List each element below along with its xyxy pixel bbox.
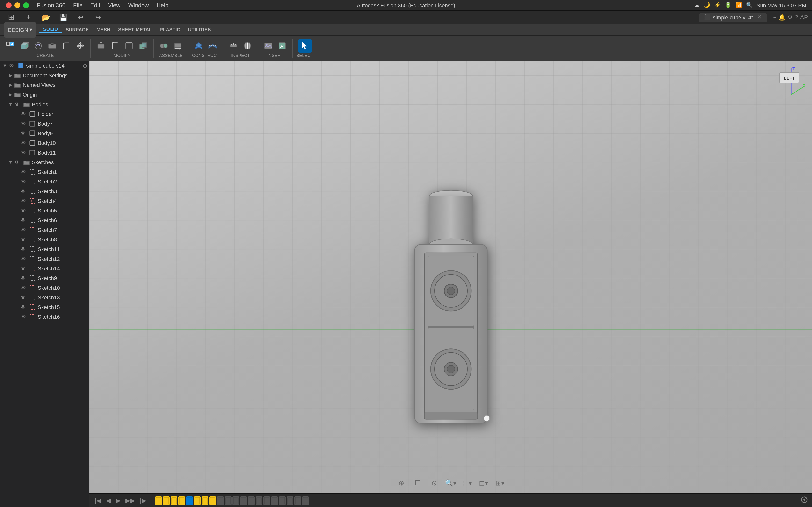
tl-marker-7[interactable] (202, 496, 208, 505)
tree-item-sketches[interactable]: ▼ 👁 Sketches (0, 157, 89, 167)
menu-window[interactable]: Window (128, 2, 149, 8)
timeline-play-button[interactable]: ▶ (114, 497, 122, 504)
timeline-start-button[interactable]: |◀ (93, 497, 103, 504)
visibility-icon-sketch3[interactable]: 👁 (19, 187, 27, 195)
mode-sheetmetal[interactable]: SHEET METAL (114, 26, 156, 33)
visibility-icon-sketch5[interactable]: 👁 (19, 207, 27, 214)
tree-item-bodies[interactable]: ▼ 👁 Bodies (0, 100, 89, 109)
tree-item-sketch2[interactable]: 👁 Sketch2 (0, 177, 89, 186)
tl-marker-3[interactable] (170, 496, 177, 505)
visibility-icon-sketch13[interactable]: 👁 (19, 294, 27, 301)
document-tab[interactable]: ⬛ simple cube v14* ✕ (699, 12, 767, 22)
mode-surface[interactable]: SURFACE (62, 26, 93, 33)
maximize-button[interactable] (23, 2, 29, 8)
hole-button[interactable] (45, 39, 59, 52)
tree-item-origin[interactable]: ▶ Origin (0, 90, 89, 100)
tree-item-body9[interactable]: 👁 Body9 (0, 128, 89, 138)
visibility-icon-sketch8[interactable]: 👁 (19, 236, 27, 243)
tab-help-button[interactable]: ? (795, 14, 798, 20)
tl-marker-14[interactable] (256, 496, 262, 505)
search-icon[interactable]: 🔍 (746, 2, 753, 8)
mode-mesh[interactable]: MESH (93, 26, 114, 33)
tree-item-root[interactable]: ▼ 👁 simple cube v14 ⊙ (0, 61, 89, 70)
menu-bar[interactable]: Fusion 360 File Edit View Window Help (37, 2, 168, 8)
close-button[interactable] (6, 2, 12, 8)
tree-toggle-sketches[interactable]: ▼ (8, 159, 13, 165)
visibility-icon-holder[interactable]: 👁 (19, 110, 27, 118)
tl-marker-10[interactable] (225, 496, 232, 505)
visibility-icon-sketch16[interactable]: 👁 (19, 313, 27, 321)
pan-button[interactable]: ☐ (411, 476, 424, 490)
visibility-icon-bodies[interactable]: 👁 (13, 101, 21, 108)
tree-item-sketch9[interactable]: 👁 Sketch9 (0, 273, 89, 283)
tree-item-sketch12[interactable]: 👁 Sketch12 (0, 254, 89, 264)
tree-item-body10[interactable]: 👁 Body10 (0, 138, 89, 148)
visual-style-button[interactable]: ◻▾ (477, 476, 490, 490)
measure-button[interactable] (227, 39, 240, 52)
new-tab-button[interactable]: + (773, 14, 776, 20)
visibility-icon-sketches[interactable]: 👁 (13, 158, 21, 166)
tl-marker-1[interactable] (155, 496, 162, 505)
menu-edit[interactable]: Edit (90, 2, 100, 8)
visibility-icon-sketch7[interactable]: 👁 (19, 226, 27, 234)
extrude-button[interactable] (17, 39, 31, 52)
tl-marker-20[interactable] (302, 496, 309, 505)
tree-item-sketch6[interactable]: 👁 Sketch6 (0, 215, 89, 225)
save-button[interactable]: 💾 (56, 10, 70, 24)
visibility-icon[interactable]: 👁 (8, 62, 15, 69)
mode-utilities[interactable]: UTILITIES (184, 26, 215, 33)
fillet-button[interactable] (59, 39, 73, 52)
tl-marker-15[interactable] (263, 496, 270, 505)
offset-plane-button[interactable] (192, 39, 205, 52)
visibility-icon-sketch2[interactable]: 👁 (19, 178, 27, 185)
tl-marker-8[interactable] (209, 496, 216, 505)
visibility-icon-body11[interactable]: 👁 (19, 149, 27, 157)
new-component-button[interactable] (3, 39, 17, 52)
tl-marker-16[interactable] (271, 496, 278, 505)
window-controls[interactable] (6, 2, 29, 8)
tree-item-sketch5[interactable]: 👁 Sketch5 (0, 206, 89, 215)
tree-item-sketch14[interactable]: 👁 Sketch14 (0, 264, 89, 273)
tl-marker-4[interactable] (179, 496, 185, 505)
tree-toggle-doc-settings[interactable]: ▶ (8, 72, 13, 78)
fit-view-button[interactable]: ⊕ (395, 476, 408, 490)
3d-viewport[interactable]: LEFT Z Y ⊕ ☐ ⊙ 🔍▾ ⬚▾ ◻▾ ⊞▾ (89, 61, 812, 494)
tab-settings-button[interactable]: ⚙ (788, 14, 793, 20)
tree-item-sketch11[interactable]: 👁 Sketch11 (0, 244, 89, 254)
tl-marker-18[interactable] (287, 496, 293, 505)
minimize-button[interactable] (14, 2, 20, 8)
tl-marker-2[interactable] (163, 496, 170, 505)
tab-user-button[interactable]: AR (800, 14, 808, 20)
mode-solid[interactable]: SOLID (39, 26, 62, 33)
revolve-button[interactable] (32, 39, 45, 52)
tl-marker-11[interactable] (233, 496, 239, 505)
fillet-modify-button[interactable] (108, 39, 122, 52)
decal-button[interactable]: A (275, 39, 289, 52)
midplane-button[interactable] (206, 39, 219, 52)
tree-item-sketch10[interactable]: 👁 Sketch10 (0, 283, 89, 293)
menu-fusion360[interactable]: Fusion 360 (37, 2, 65, 8)
tl-marker-6[interactable] (194, 496, 201, 505)
tree-toggle-origin[interactable]: ▶ (8, 92, 13, 98)
tab-notifications-button[interactable]: 🔔 (778, 14, 785, 20)
shell-button[interactable] (122, 39, 136, 52)
tree-toggle-named-views[interactable]: ▶ (8, 82, 13, 88)
visibility-icon-sketch14[interactable]: 👁 (19, 265, 27, 272)
tree-item-body7[interactable]: 👁 Body7 (0, 119, 89, 128)
redo-button[interactable]: ↪ (91, 10, 105, 24)
zebra-button[interactable] (241, 39, 254, 52)
select-button[interactable] (298, 39, 311, 52)
display-mode-button[interactable]: ⬚▾ (460, 476, 474, 490)
tree-item-doc-settings[interactable]: ▶ Document Settings (0, 70, 89, 80)
visibility-icon-sketch11[interactable]: 👁 (19, 245, 27, 253)
tree-item-sketch4[interactable]: 👁 ! Sketch4 (0, 196, 89, 206)
orbit-button[interactable]: ⊙ (427, 476, 441, 490)
visibility-icon-body7[interactable]: 👁 (19, 120, 27, 127)
tree-item-sketch7[interactable]: 👁 Sketch7 (0, 225, 89, 235)
tree-item-sketch3[interactable]: 👁 Sketch3 (0, 186, 89, 196)
tree-item-named-views[interactable]: ▶ Named Views (0, 80, 89, 90)
timeline-end-button[interactable]: |▶| (139, 497, 150, 504)
timeline-back-button[interactable]: ◀ (105, 497, 112, 504)
view-cube[interactable]: LEFT Z Y (776, 66, 807, 97)
tl-marker-13[interactable] (248, 496, 255, 505)
